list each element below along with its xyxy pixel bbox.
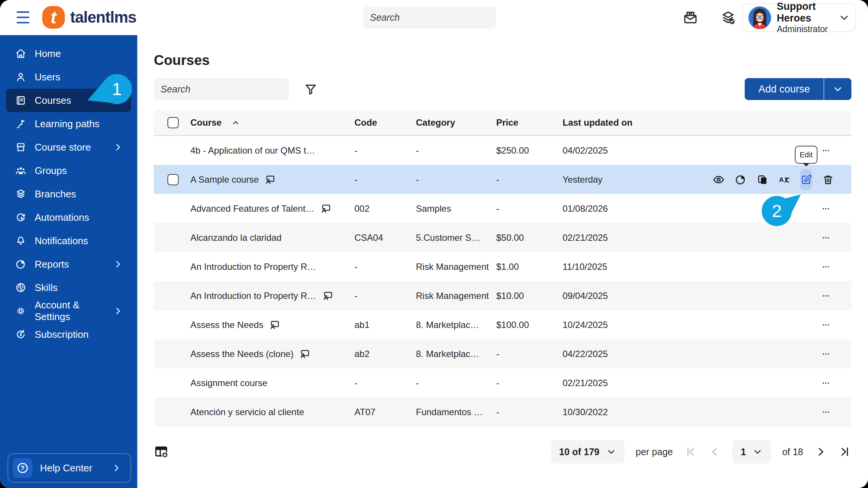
chevron-down-icon [839,12,850,23]
prev-page-button[interactable] [708,445,721,458]
table-row[interactable]: Advanced Features of Talent… 002 Samples… [154,194,851,223]
global-search-input[interactable] [370,12,493,23]
course-name[interactable]: 4b - Application of our QMS t… [190,145,315,156]
row-checkbox[interactable] [167,174,179,185]
table-row[interactable]: 4b - Application of our QMS t… - - $250.… [154,136,851,165]
course-category: Risk Management [416,291,496,301]
course-price: - [496,203,563,214]
row-more-icon[interactable] [817,261,834,272]
course-code: ab2 [354,349,416,359]
sidebar-item-automations[interactable]: Automations [6,206,131,229]
sidebar-item-branches[interactable]: Branches [6,182,131,206]
row-more-icon[interactable] [817,290,834,302]
page-select[interactable]: 1 [732,440,771,463]
course-price: - [496,174,563,185]
instructor-led-icon [299,348,311,360]
course-code: ab1 [354,320,416,330]
sidebar-item-label: Courses [35,95,123,106]
instructor-led-icon [269,319,281,331]
table-row[interactable]: An Introduction to Property R… - Risk Ma… [154,252,851,281]
clone-icon[interactable] [756,174,768,186]
sidebar-item-subscription[interactable]: Subscription [6,323,131,346]
course-name[interactable]: Assignment course [190,378,267,388]
row-more-icon[interactable] [817,232,834,243]
course-code: 002 [354,203,416,214]
course-name[interactable]: Advanced Features of Talent… [190,203,314,214]
header-price[interactable]: Price [496,117,563,128]
course-name[interactable]: A Sample course [190,174,259,185]
course-code: - [354,291,416,301]
user-menu[interactable]: Support Heroes Administrator [742,3,856,32]
row-more-icon[interactable] [817,319,834,331]
next-page-button[interactable] [814,445,827,458]
first-page-button[interactable] [684,445,697,458]
sidebar-item-notifications[interactable]: Notifications [6,229,131,252]
add-course-label[interactable]: Add course [745,78,824,100]
sidebar-item-users[interactable]: Users [6,65,131,89]
courses-table: Course Code Category Price Last updated … [154,110,851,426]
select-all-checkbox[interactable] [167,117,179,128]
preview-icon[interactable] [713,174,725,186]
my-courses-icon[interactable] [720,10,736,26]
gear-icon [15,305,26,317]
export-table-icon[interactable] [154,444,169,459]
delete-icon[interactable] [822,174,834,186]
add-course-button[interactable]: Add course [745,78,851,100]
course-price: - [496,407,563,417]
messages-icon[interactable] [682,10,698,26]
page-title: Courses [154,52,210,68]
table-row[interactable]: An Introduction to Property R… - Risk Ma… [154,281,851,310]
sidebar-item-home[interactable]: Home [6,42,131,65]
sidebar-item-courses[interactable]: Courses [6,89,131,112]
course-name[interactable]: An Introduction to Property R… [190,262,316,272]
header-code[interactable]: Code [354,117,416,128]
sidebar-item-groups[interactable]: Groups [6,159,131,182]
row-more-icon[interactable] [817,377,834,389]
table-row[interactable]: Alcanzando la claridad CSA04 5.Customer … [154,223,851,252]
row-more-icon[interactable] [817,203,834,214]
header-course[interactable]: Course [190,117,354,128]
help-center[interactable]: Help Center [8,453,131,483]
sidebar-item-learning-paths[interactable]: Learning paths [6,112,131,135]
table-row[interactable]: Assess the Needs (clone) ab2 8. Marketpl… [154,339,851,368]
header-updated[interactable]: Last updated on [563,117,716,128]
header-category[interactable]: Category [416,117,496,128]
course-name[interactable]: Assess the Needs [190,320,263,330]
edit-button[interactable] [800,169,812,190]
table-row[interactable]: Assignment course - - - 02/21/2025 [154,368,851,397]
table-row-highlighted[interactable]: A Sample course - - - Yesterday [154,165,851,194]
course-name[interactable]: Alcanzando la claridad [190,232,282,243]
course-name[interactable]: Assess the Needs (clone) [190,349,293,359]
course-search-input[interactable] [161,84,284,95]
reports-icon[interactable] [735,174,747,186]
sidebar-item-account-settings[interactable]: Account & Settings [6,299,131,323]
chevron-right-icon [113,306,123,316]
course-category: 8. Marketplac… [416,349,496,359]
course-code: - [354,174,416,185]
course-updated: 01/08/2026 [563,203,716,214]
table-row[interactable]: Assess the Needs ab1 8. Marketplac… $100… [154,310,851,339]
filter-icon[interactable] [304,83,317,96]
course-updated: 02/21/2025 [563,232,716,243]
course-updated: 04/22/2025 [563,349,716,359]
sidebar-item-label: Learning paths [35,118,123,130]
sidebar-item-skills[interactable]: Skills [6,276,131,299]
course-search [154,78,289,100]
row-more-icon[interactable] [817,406,834,418]
hamburger-menu-icon[interactable] [17,11,29,23]
row-more-icon[interactable] [817,348,834,360]
translate-icon[interactable] [778,174,790,186]
page-size-select[interactable]: 10 of 179 [551,440,624,463]
brand-logo[interactable]: t talentlms [42,6,136,29]
row-more-icon[interactable] [817,145,834,156]
course-updated: 09/04/2025 [563,291,716,301]
course-name[interactable]: An Introduction to Property R… [190,291,316,301]
sidebar-item-course-store[interactable]: Course store [6,135,131,159]
course-name[interactable]: Atención y servicio al cliente [190,407,304,417]
add-course-dropdown[interactable] [824,78,851,100]
last-page-button[interactable] [839,445,851,458]
global-search [363,6,496,29]
table-row[interactable]: Atención y servicio al cliente AT07 Fund… [154,397,851,426]
sidebar-item-reports[interactable]: Reports [6,252,131,276]
help-icon [13,458,32,478]
